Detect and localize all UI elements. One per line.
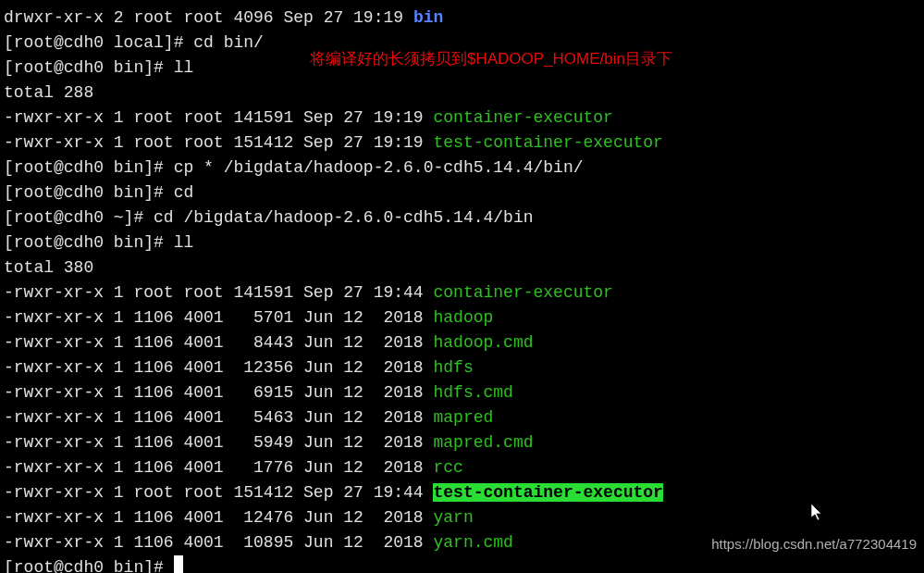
watermark-text: https://blog.csdn.net/a772304419 — [711, 531, 917, 556]
filename: container-executor — [433, 108, 612, 127]
terminal-text: drwxr-xr-x 2 root root 4096 Sep 27 19:19 — [4, 8, 413, 27]
terminal-text: total 380 — [4, 258, 93, 277]
filename: rcc — [433, 458, 462, 477]
terminal-text: [root@cdh0 bin]# cd — [4, 183, 193, 202]
terminal-output[interactable]: drwxr-xr-x 2 root root 4096 Sep 27 19:19… — [4, 6, 920, 573]
terminal-line: -rwxr-xr-x 1 1106 4001 8443 Jun 12 2018 … — [4, 330, 920, 355]
terminal-text: -rwxr-xr-x 1 root root 151412 Sep 27 19:… — [4, 483, 433, 502]
filename: mapred.cmd — [433, 433, 533, 452]
filename: mapred — [433, 408, 493, 427]
terminal-line: [root@cdh0 bin]# cd — [4, 181, 920, 206]
terminal-text: -rwxr-xr-x 1 root root 141591 Sep 27 19:… — [4, 108, 433, 127]
terminal-line: -rwxr-xr-x 1 1106 4001 1776 Jun 12 2018 … — [4, 455, 920, 480]
terminal-text: -rwxr-xr-x 1 1106 4001 5463 Jun 12 2018 — [4, 408, 433, 427]
terminal-text: [root@cdh0 bin]# cp * /bigdata/hadoop-2.… — [4, 158, 584, 177]
annotation-text: 将编译好的长须拷贝到$HADOOP_HOME/bin目录下 — [310, 46, 672, 71]
terminal-line: -rwxr-xr-x 1 root root 141591 Sep 27 19:… — [4, 106, 920, 131]
terminal-text: [root@cdh0 bin]# — [4, 558, 174, 573]
terminal-line: [root@cdh0 bin]# ll — [4, 230, 920, 255]
filename: yarn.cmd — [433, 533, 512, 552]
terminal-line: -rwxr-xr-x 1 1106 4001 12476 Jun 12 2018… — [4, 505, 920, 530]
filename: hdfs.cmd — [433, 383, 512, 402]
terminal-line: -rwxr-xr-x 1 1106 4001 5463 Jun 12 2018 … — [4, 405, 920, 430]
terminal-text: -rwxr-xr-x 1 1106 4001 1776 Jun 12 2018 — [4, 458, 433, 477]
terminal-line: [root@cdh0 ~]# cd /bigdata/hadoop-2.6.0-… — [4, 206, 920, 230]
terminal-text: -rwxr-xr-x 1 1106 4001 12476 Jun 12 2018 — [4, 508, 433, 527]
terminal-text: -rwxr-xr-x 1 1106 4001 5701 Jun 12 2018 — [4, 308, 433, 327]
filename: container-executor — [433, 283, 612, 302]
terminal-line: [root@cdh0 bin]# — [4, 555, 920, 573]
filename: hadoop.cmd — [433, 333, 533, 352]
terminal-line: -rwxr-xr-x 1 root root 141591 Sep 27 19:… — [4, 280, 920, 305]
text-cursor — [174, 555, 183, 573]
terminal-line: [root@cdh0 bin]# cp * /bigdata/hadoop-2.… — [4, 156, 920, 181]
terminal-line: -rwxr-xr-x 1 root root 151412 Sep 27 19:… — [4, 131, 920, 156]
terminal-line: -rwxr-xr-x 1 root root 151412 Sep 27 19:… — [4, 480, 920, 505]
terminal-line: drwxr-xr-x 2 root root 4096 Sep 27 19:19… — [4, 6, 920, 31]
terminal-text: total 288 — [4, 83, 93, 102]
terminal-line: total 288 — [4, 81, 920, 106]
terminal-text: -rwxr-xr-x 1 root root 151412 Sep 27 19:… — [4, 133, 433, 152]
filename: bin — [413, 8, 443, 27]
terminal-text: [root@cdh0 bin]# ll — [4, 58, 193, 77]
filename: hdfs — [433, 358, 473, 377]
terminal-text: -rwxr-xr-x 1 1106 4001 6915 Jun 12 2018 — [4, 383, 433, 402]
terminal-text: -rwxr-xr-x 1 1106 4001 10895 Jun 12 2018 — [4, 533, 433, 552]
terminal-text: [root@cdh0 local]# cd bin/ — [4, 33, 264, 52]
terminal-text: [root@cdh0 bin]# ll — [4, 233, 193, 252]
filename: test-container-executor — [433, 133, 662, 152]
filename: hadoop — [433, 308, 493, 327]
terminal-text: [root@cdh0 ~]# cd /bigdata/hadoop-2.6.0-… — [4, 208, 534, 227]
terminal-text: -rwxr-xr-x 1 1106 4001 5949 Jun 12 2018 — [4, 433, 433, 452]
filename: yarn — [433, 508, 473, 527]
terminal-text: -rwxr-xr-x 1 1106 4001 12356 Jun 12 2018 — [4, 358, 433, 377]
mouse-cursor-icon — [811, 504, 824, 531]
filename: test-container-executor — [433, 483, 662, 502]
terminal-line: -rwxr-xr-x 1 1106 4001 6915 Jun 12 2018 … — [4, 380, 920, 405]
terminal-line: -rwxr-xr-x 1 1106 4001 12356 Jun 12 2018… — [4, 355, 920, 380]
terminal-text: -rwxr-xr-x 1 root root 141591 Sep 27 19:… — [4, 283, 433, 302]
terminal-line: -rwxr-xr-x 1 1106 4001 5949 Jun 12 2018 … — [4, 430, 920, 455]
terminal-line: total 380 — [4, 255, 920, 280]
terminal-text: -rwxr-xr-x 1 1106 4001 8443 Jun 12 2018 — [4, 333, 433, 352]
terminal-line: -rwxr-xr-x 1 1106 4001 5701 Jun 12 2018 … — [4, 305, 920, 330]
